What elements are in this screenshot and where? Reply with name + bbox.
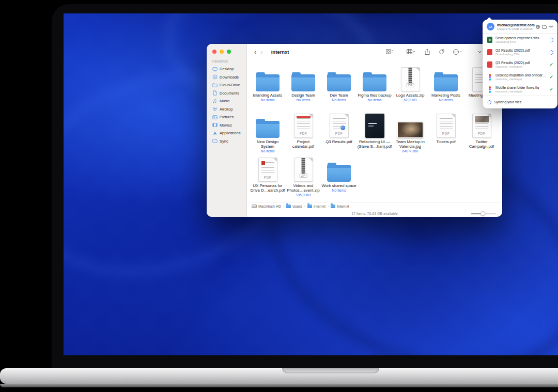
- sidebar-item-cloud-drive[interactable]: Cloud-Drive: [210, 81, 244, 89]
- sidebar-section-label: Favourites: [212, 59, 228, 63]
- sidebar-item-pictures[interactable]: Pictures: [210, 113, 244, 121]
- applications-icon: A: [212, 131, 218, 136]
- finder-toolbar: ‹ › Internxt: [247, 44, 502, 59]
- window-controls: [212, 50, 231, 54]
- transfer-item-desktop-migration-and-onboardi[interactable]: Desktop migration and onboardi…(success_…: [483, 71, 557, 83]
- file-item-figma-files-backup[interactable]: Figma files backupNo items: [357, 64, 393, 102]
- back-button[interactable]: ‹: [252, 49, 258, 55]
- laptop-mockup: Favourites DesktopDownloadsCloud-DriveDo…: [0, 0, 558, 392]
- transfer-status: (success_message): [495, 65, 547, 68]
- folder-icon: [212, 83, 218, 88]
- file-item-q3-results-pdf[interactable]: PDFQ3 Results.pdf: [321, 110, 357, 144]
- file-item-twitter-campaign-pdf[interactable]: PDFTwitter Campaign.pdf: [464, 110, 500, 149]
- share-icon[interactable]: [425, 49, 430, 55]
- pdf-file-icon: PDF: [437, 114, 456, 138]
- status-text: 17 items, 76,63 GB available: [351, 212, 398, 215]
- progress-spinner-icon: [548, 37, 554, 43]
- gear-icon[interactable]: [549, 24, 553, 29]
- sidebar-item-downloads[interactable]: Downloads: [210, 73, 244, 82]
- file-name: Design Team: [291, 93, 315, 98]
- path-segment-label: Users: [292, 205, 302, 208]
- progress-spinner-icon: [548, 49, 554, 56]
- sidebar-item-documents[interactable]: Documents: [210, 89, 244, 98]
- file-item-ux-personas-for-drive-d-earch-pdf[interactable]: PDFUX Personas for Drive D…earch.pdf: [250, 154, 286, 193]
- file-item-marketing-posts[interactable]: Marketing PostsNo items: [428, 64, 464, 102]
- file-icon-wrap: [363, 64, 386, 91]
- transfer-item-mobile-share-folder-flows-fig[interactable]: Mobile share folder flows.fig(success_me…: [483, 83, 557, 96]
- excel-file-icon: x: [487, 37, 492, 43]
- sidebar-item-desktop[interactable]: Desktop: [210, 65, 244, 73]
- transfer-item-q2-results-2022-pdf[interactable]: Q2 Results (2022).pdfDownloading 35%: [483, 46, 557, 58]
- transfer-item-q3-results-2022-pdf[interactable]: Q3 Results (2022).pdf(success_message)✓: [483, 58, 557, 71]
- file-subtitle: 52,9 MB: [404, 98, 416, 102]
- zip-file-icon: ZIP: [401, 67, 420, 91]
- folder-icon: [363, 74, 386, 91]
- folder-icon: [327, 165, 351, 182]
- path-separator: ›: [283, 205, 284, 208]
- music-icon: [212, 99, 218, 104]
- icon-size-slider[interactable]: [471, 213, 496, 214]
- file-item-work-shared-space[interactable]: Work shared spaceNo items: [321, 154, 357, 192]
- transfer-item-development-expenses-xlsx[interactable]: xDevelopment expenses.xlsxUploading 64%: [483, 34, 557, 46]
- file-item-project-calendar-pdf[interactable]: PDFProject calendar.pdf: [286, 110, 321, 149]
- pdf-badge: PDF: [259, 176, 277, 179]
- file-item-logo-assets-zip[interactable]: ZIPLogo Assets.zip52,9 MB: [393, 64, 428, 102]
- transfer-file-name: Development expenses.xlsx: [495, 36, 547, 40]
- path-separator: ›: [328, 205, 329, 208]
- file-item-dev-team[interactable]: Dev TeamNo items: [321, 64, 357, 102]
- file-item-branding-assets[interactable]: Branding AssetsNo items: [250, 64, 286, 102]
- sidebar-item-movies[interactable]: Movies: [210, 121, 244, 130]
- tag-icon[interactable]: [439, 49, 444, 55]
- forward-button[interactable]: ›: [258, 49, 265, 55]
- file-item-refactoring-ui-steve-s-han-pdf[interactable]: Refactoring UI — (Steve S…han).pdf: [357, 110, 393, 149]
- path-segment-internxt[interactable]: Internxt: [331, 205, 349, 208]
- path-segment-internxt[interactable]: internxt: [307, 205, 326, 208]
- minimize-button[interactable]: [220, 50, 224, 54]
- file-item-team-meetup-in-valencia-jpg[interactable]: Team Meetup in Valencia.jpg640 × 360: [393, 110, 428, 153]
- file-icon-wrap: [434, 64, 458, 91]
- transfer-status: (success_message): [495, 90, 547, 93]
- file-name: Videos and Photos…event.zip: [286, 183, 321, 193]
- group-by-icon[interactable]: [407, 49, 415, 54]
- sync-footer: Syncing your files: [483, 96, 557, 108]
- status-bar: 17 items, 76,63 GB available: [247, 210, 502, 217]
- pictures-icon: [212, 115, 218, 120]
- more-actions-icon[interactable]: [453, 49, 462, 55]
- path-segment-macintosh-hd[interactable]: Macintosh HD: [252, 205, 281, 208]
- zipper-icon: [302, 158, 305, 174]
- transfer-status: Uploading 64%: [495, 40, 547, 43]
- view-grid-icon[interactable]: [386, 49, 393, 55]
- file-icon-wrap: [397, 110, 423, 138]
- close-button[interactable]: [212, 50, 216, 54]
- overflow-chevron-icon[interactable]: [478, 51, 482, 53]
- file-item-design-team[interactable]: Design TeamNo items: [286, 64, 321, 102]
- file-icon-wrap: [327, 154, 351, 182]
- file-name: UX Personas for Drive D…earch.pdf: [250, 183, 285, 193]
- file-icon-wrap: [327, 64, 351, 91]
- file-item-videos-and-photos-event-zip[interactable]: ZIPVideos and Photos…event.zip105,8 MB: [286, 154, 321, 197]
- folder-icon[interactable]: [542, 25, 547, 29]
- file-icon-wrap: ZIP: [294, 154, 313, 182]
- slider-knob[interactable]: [481, 211, 485, 216]
- file-item-new-design-system[interactable]: New Design SystemNo items: [250, 110, 286, 153]
- path-segment-users[interactable]: Users: [286, 205, 302, 208]
- path-bar[interactable]: Macintosh HD›Users›internxt›Internxt: [247, 202, 502, 210]
- pdf-file-icon: [487, 61, 492, 68]
- transfer-file-name: Q3 Results (2022).pdf: [495, 61, 547, 65]
- sidebar-item-airdrop[interactable]: AirDrop: [210, 105, 244, 114]
- file-icon-wrap: PDF: [258, 154, 277, 182]
- photo-thumbnail: [397, 122, 423, 138]
- globe-icon[interactable]: [536, 25, 540, 29]
- sidebar-item-music[interactable]: Music: [210, 97, 244, 105]
- sidebar-item-label: Music: [220, 99, 230, 103]
- zoom-button[interactable]: [227, 50, 231, 54]
- file-icon-wrap: [256, 110, 280, 138]
- file-subtitle: No items: [439, 98, 453, 102]
- folder-icon: [256, 74, 280, 91]
- sidebar-item-sync[interactable]: Sync: [210, 137, 244, 146]
- file-icon-wrap: [365, 110, 384, 138]
- hard-drive-icon: [252, 205, 257, 208]
- file-item-tickets-pdf[interactable]: PDFTickets.pdf: [428, 110, 464, 144]
- sidebar-item-applications[interactable]: AApplications: [210, 129, 244, 137]
- folder-icon: [212, 138, 218, 144]
